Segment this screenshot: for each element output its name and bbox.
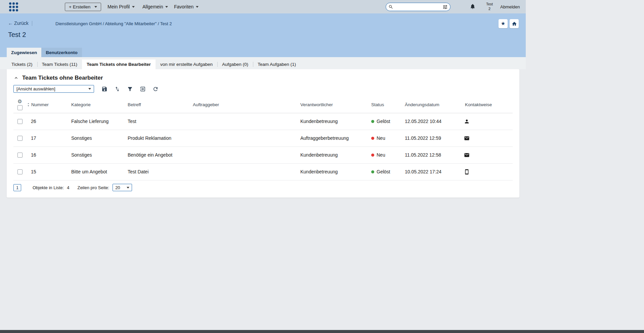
menu-mein-profil[interactable]: Mein Profil [108, 0, 135, 13]
filter-icon[interactable] [127, 86, 133, 92]
cell-auftraggeber [189, 113, 296, 130]
divider [32, 21, 32, 26]
row-checkbox[interactable] [17, 136, 23, 141]
status-label: Gelöst [377, 169, 390, 174]
table-row[interactable]: 16 Sonstiges Benötige ein Angebot Kunden… [13, 147, 513, 163]
home-button[interactable] [510, 19, 519, 28]
create-button[interactable]: + Erstellen [65, 3, 101, 11]
chevron-down-icon [165, 6, 168, 8]
search-box[interactable] [386, 3, 450, 11]
col-header-auftraggeber: Auftraggeber [189, 97, 296, 113]
status-dot [371, 137, 374, 140]
col-header-status: Status [367, 97, 401, 113]
cell-betreff: Test Datei [124, 163, 189, 180]
tab-aufgaben[interactable]: Aufgaben (0) [217, 59, 253, 69]
search-input[interactable] [395, 4, 441, 9]
col-header-aenderungsdatum: Änderungsdatum [401, 97, 461, 113]
cell-betreff: Benötige ein Angebot [124, 147, 189, 163]
cell-verantwortlicher: Kundenbetreuung [296, 113, 367, 130]
status-label: Neu [377, 152, 385, 158]
primary-tabs: Zugewiesen Benutzerkonto [7, 48, 82, 57]
table-row[interactable]: 15 Bitte um Angebot Test Datei Kundenbet… [13, 163, 513, 180]
cell-nummer: 16 [26, 147, 67, 163]
tab-zugewiesen[interactable]: Zugewiesen [7, 48, 41, 57]
chevron-down-icon [132, 6, 135, 8]
menu-favoriten[interactable]: Favoriten [174, 0, 199, 13]
chevron-down-icon [127, 187, 129, 189]
tab-benutzerkonto[interactable]: Benutzerkonto [41, 48, 82, 57]
search-icon [388, 4, 393, 9]
row-checkbox[interactable] [17, 153, 23, 158]
row-checkbox[interactable] [17, 169, 23, 174]
cell-betreff: Test [124, 113, 189, 130]
col-header-verantwortlicher: Verantwortlicher [296, 97, 367, 113]
tickets-panel: Team Tickets ohne Bearbeiter [Ansicht au… [7, 69, 519, 198]
tab-von-mir-erstellte-aufgaben[interactable]: von mir erstellte Aufgaben [156, 59, 217, 69]
email-icon [464, 135, 470, 141]
topbar: + Erstellen Mein Profil Allgemein Favori… [0, 0, 526, 13]
back-link[interactable]: ← Zurück [8, 20, 29, 26]
logout-link[interactable]: Abmelden [500, 4, 520, 9]
table-row[interactable]: 26 Falsche Lieferung Test Kundenbetreuun… [13, 113, 513, 130]
status-dot [371, 170, 374, 173]
status-dot [371, 120, 374, 123]
cell-betreff: Produkt Reklamation [124, 130, 189, 147]
rows-per-page-select[interactable]: 20 [113, 184, 132, 191]
cell-datum: 11.05.2022 12:59 [401, 130, 461, 147]
collapse-chevron-up-icon[interactable] [13, 75, 19, 81]
menu-label: Mein Profil [108, 4, 130, 9]
home-icon [512, 21, 517, 27]
tab-tickets[interactable]: Tickets (2) [7, 59, 37, 69]
person-icon [464, 119, 470, 124]
list-toolbar: [Ansicht auswählen] [13, 85, 159, 93]
col-header-nummer[interactable]: Nummer [26, 102, 67, 107]
star-icon: ★ [501, 21, 505, 26]
cell-datum: 12.05.2022 10:44 [401, 113, 461, 130]
row-checkbox[interactable] [17, 119, 23, 124]
cell-kategorie: Sonstiges [67, 147, 124, 163]
tab-team-tickets[interactable]: Team Tickets (11) [37, 59, 82, 69]
cell-datum: 10.05.2022 17:24 [401, 163, 461, 180]
cell-verantwortlicher: Auftraggeberbetreuung [296, 130, 367, 147]
cell-nummer: 15 [26, 163, 67, 180]
cell-verantwortlicher: Kundenbetreuung [296, 147, 367, 163]
favorite-button[interactable]: ★ [499, 19, 508, 28]
refresh-icon[interactable] [153, 86, 159, 92]
current-user[interactable]: Test 2 [484, 2, 495, 11]
column-settings-gear-icon[interactable]: ⚙︎ [17, 99, 22, 104]
cell-kategorie: Sonstiges [67, 130, 124, 147]
view-select[interactable]: [Ansicht auswählen] [13, 85, 94, 93]
list-footer: 1 Objekte in Liste: 4 Zeilen pro Seite: … [13, 184, 132, 191]
col-header-kategorie: Kategorie [67, 97, 124, 113]
tab-team-aufgaben[interactable]: Team Aufgaben (1) [253, 59, 301, 69]
cell-kategorie: Bitte um Angebot [67, 163, 124, 180]
bottom-edge-bar [0, 330, 644, 333]
notifications-bell-icon[interactable] [470, 3, 476, 9]
sort-icon[interactable] [114, 86, 120, 92]
select-all-checkbox[interactable] [17, 105, 23, 110]
cell-nummer: 17 [26, 130, 67, 147]
smartphone-icon [464, 169, 470, 175]
chevron-down-icon [196, 6, 199, 8]
menu-allgemein[interactable]: Allgemein [142, 0, 168, 13]
app-logo[interactable] [9, 2, 18, 11]
search-filter-icon[interactable] [442, 4, 448, 10]
tab-team-tickets-ohne-bearbeiter[interactable]: Team Tickets ohne Bearbeiter [82, 59, 156, 69]
status-label: Gelöst [377, 119, 390, 124]
pagination-page-button[interactable]: 1 [13, 184, 21, 191]
save-view-icon[interactable] [101, 86, 108, 92]
sort-arrows-icon [26, 102, 31, 107]
chevron-down-icon [94, 6, 97, 8]
col-header-betreff: Betreff [124, 97, 189, 113]
export-icon[interactable] [140, 86, 146, 92]
status-label: Neu [377, 135, 385, 141]
page-title: Test 2 [8, 31, 26, 39]
create-button-label: + Erstellen [69, 4, 90, 9]
cell-auftraggeber [189, 130, 296, 147]
cell-kategorie: Falsche Lieferung [67, 113, 124, 130]
cell-datum: 11.05.2022 12:58 [401, 147, 461, 163]
table-row[interactable]: 17 Sonstiges Produkt Reklamation Auftrag… [13, 130, 513, 147]
breadcrumb[interactable]: Dienstleistungen GmbH / Abteilung "Alle … [55, 21, 172, 26]
cell-verantwortlicher: Kundenbetreuung [296, 163, 367, 180]
rows-per-page-label: Zeilen pro Seite: [77, 185, 109, 190]
